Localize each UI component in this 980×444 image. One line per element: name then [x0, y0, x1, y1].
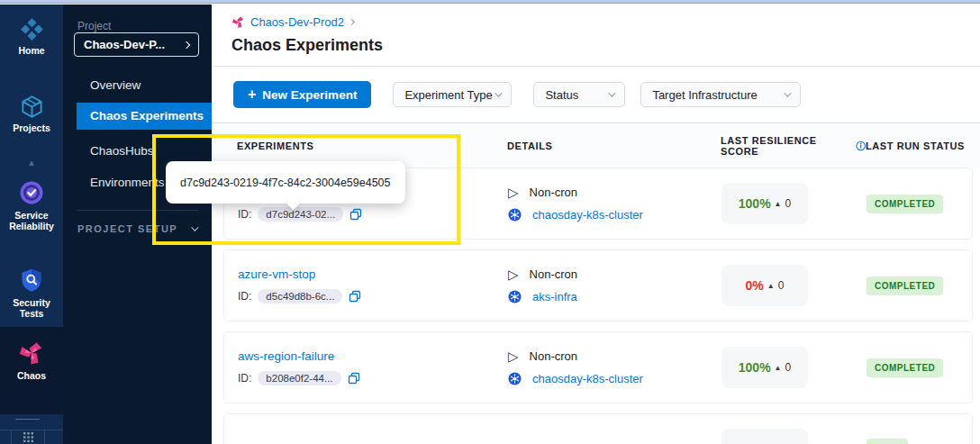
status-cell — [867, 439, 972, 444]
chevron-down-icon — [191, 223, 198, 231]
filter-label: Experiment Type — [404, 88, 492, 102]
details-cell: ▷ Non-cron aks-infra — [508, 267, 721, 304]
col-details: DETAILS — [507, 140, 721, 151]
score-value: 0% — [746, 278, 764, 293]
rail-label-projects: Projects — [0, 122, 63, 133]
chevron-down-icon — [609, 89, 616, 96]
play-icon: ▷ — [508, 349, 519, 363]
status-badge: COMPLETED — [867, 276, 943, 295]
status-badge — [867, 439, 908, 444]
infrastructure-link[interactable]: chaosday-k8s-cluster — [532, 208, 643, 222]
score-cell — [721, 429, 867, 444]
rail-item-service-reliability[interactable]: Service Reliability — [0, 179, 63, 231]
project-sidebar: Project Chaos-Dev-P... Overview Chaos Ex… — [63, 5, 212, 444]
status-filter[interactable]: Status — [533, 82, 625, 107]
rail-item-chaos[interactable]: Chaos — [0, 327, 63, 414]
infrastructure-link[interactable]: chaosday-k8s-cluster — [532, 372, 643, 385]
breadcrumb: Chaos-Dev-Prod2 — [231, 15, 354, 29]
rail-bottom-bar — [0, 430, 63, 444]
rail-item-security-tests[interactable]: Security Tests — [0, 267, 63, 319]
project-label: Project — [77, 20, 111, 32]
chevron-right-icon — [183, 41, 190, 48]
infrastructure-link[interactable]: aks-infra — [532, 290, 577, 304]
info-icon[interactable] — [856, 140, 866, 151]
copy-icon[interactable] — [349, 208, 362, 221]
experiment-type-filter[interactable]: Experiment Type — [393, 82, 512, 107]
browser-top-strip — [0, 0, 980, 4]
table-row[interactable]: aws-region-failure ID: b208e0f2-44... ▷ … — [223, 331, 973, 403]
filter-label: Target Infrastructure — [652, 88, 757, 102]
rail-label-service-reliability: Service Reliability — [0, 210, 63, 231]
filter-label: Status — [545, 88, 578, 102]
chaos-breadcrumb-icon — [231, 15, 245, 29]
new-experiment-label: New Experiment — [262, 88, 357, 102]
schedule-type: Non-cron — [530, 349, 577, 363]
copy-icon[interactable] — [348, 372, 360, 385]
rail-item-projects[interactable]: Projects — [0, 95, 63, 133]
sidebar-divider — [77, 210, 198, 211]
home-icon — [20, 17, 44, 41]
delta-up-icon: ▲ — [775, 200, 782, 208]
sidebar-item-label: Chaos Experiments — [90, 109, 204, 122]
schedule-type: Non-cron — [530, 186, 577, 199]
experiment-cell: azure-vm-stop ID: d5c49d8b-6c... — [238, 267, 508, 304]
status-cell: COMPLETED — [867, 276, 972, 295]
new-experiment-button[interactable]: + New Experiment — [233, 81, 371, 108]
experiment-name-link[interactable]: aws-region-failure — [238, 349, 508, 363]
status-badge: COMPLETED — [867, 358, 943, 377]
id-label: ID: — [238, 372, 251, 385]
resilience-score-card: 100% ▲ 0 — [721, 347, 808, 388]
experiment-id-chip[interactable]: b208e0f2-44... — [258, 371, 340, 385]
experiment-id-row: ID: d7c9d243-02... — [238, 207, 508, 222]
sidebar-item-label: Overview — [90, 78, 141, 92]
status-cell: COMPLETED — [867, 195, 972, 213]
resilience-score-card — [721, 429, 808, 444]
project-setup-section[interactable]: PROJECT SETUP — [77, 223, 204, 234]
experiment-id-chip[interactable]: d7c9d243-02... — [258, 207, 343, 222]
project-selector-value: Chaos-Dev-P... — [84, 38, 165, 51]
rail-item-home[interactable]: Home — [0, 17, 63, 56]
copy-icon[interactable] — [349, 290, 361, 303]
experiment-id-row: ID: d5c49d8b-6c... — [238, 289, 508, 304]
experiment-id-chip[interactable]: d5c49d8b-6c... — [258, 289, 342, 304]
table-row[interactable]: azure-web-app-access-restrict ▷ Non-cron — [223, 413, 973, 444]
grid-icon — [23, 432, 33, 442]
table-row[interactable]: azure-vm-stop ID: d5c49d8b-6c... ▷ Non-c… — [223, 249, 973, 322]
score-cell: 100% ▲ 0 — [721, 183, 867, 224]
score-delta: 0 — [778, 279, 785, 292]
rail-label-chaos: Chaos — [0, 370, 63, 381]
delta-up-icon: ▲ — [767, 282, 775, 290]
score-delta: 0 — [785, 197, 792, 210]
score-value: 100% — [739, 360, 771, 375]
breadcrumb-project-link[interactable]: Chaos-Dev-Prod2 — [250, 15, 344, 29]
project-selector[interactable]: Chaos-Dev-P... — [74, 32, 199, 57]
sidebar-item-chaos-experiments[interactable]: Chaos Experiments — [77, 103, 212, 130]
main-content: Chaos-Dev-Prod2 Chaos Experiments + New … — [212, 5, 980, 444]
kubernetes-infra-icon — [508, 372, 522, 385]
sidebar-item-overview[interactable]: Overview — [63, 72, 212, 99]
chevron-down-icon — [785, 89, 792, 96]
rail-scroll-up-icon[interactable]: ▲ — [0, 158, 63, 168]
app-grid-button[interactable] — [12, 430, 44, 444]
status-badge: COMPLETED — [867, 195, 943, 213]
project-setup-label: PROJECT SETUP — [77, 223, 177, 234]
id-label: ID: — [238, 290, 251, 303]
details-cell: ▷ Non-cron chaosday-k8s-cluster — [508, 186, 721, 222]
experiment-name-link[interactable]: azure-vm-stop — [238, 267, 508, 281]
experiment-id-tooltip: d7c9d243-0219-4f7c-84c2-3004e59e4505 — [166, 161, 405, 204]
details-cell: ▷ Non-cron chaosday-k8s-cluster — [508, 349, 721, 385]
module-rail: Home Projects ▲ Service Reliability Secu… — [0, 5, 63, 444]
kubernetes-infra-icon — [508, 208, 522, 222]
chaos-icon — [18, 340, 45, 367]
score-cell: 100% ▲ 0 — [721, 347, 867, 388]
score-cell: 0% ▲ 0 — [721, 265, 867, 306]
experiments-table: ID: d7c9d243-02... ▷ Non-cron — [212, 168, 980, 444]
experiment-cell: aws-region-failure ID: b208e0f2-44... — [238, 349, 508, 385]
target-infrastructure-filter[interactable]: Target Infrastructure — [640, 82, 801, 107]
id-label: ID: — [238, 208, 251, 221]
play-icon: ▷ — [508, 186, 519, 199]
delta-up-icon: ▲ — [775, 364, 782, 372]
resilience-score-card: 100% ▲ 0 — [721, 183, 808, 224]
rail-label-security-tests: Security Tests — [0, 297, 63, 319]
service-reliability-icon — [18, 179, 45, 206]
